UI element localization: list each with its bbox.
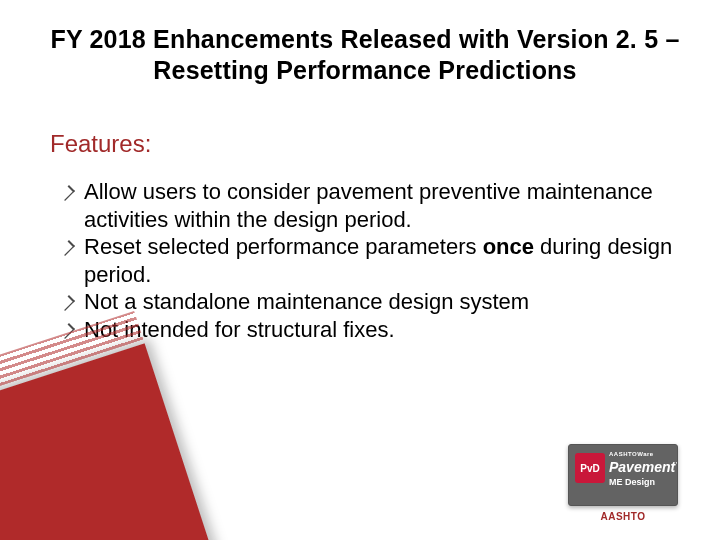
logo-line1: AASHTOWare bbox=[609, 451, 654, 457]
logo-line3: ME Design bbox=[609, 477, 655, 487]
list-item: Not intended for structural fixes. bbox=[58, 316, 680, 344]
list-item: Not a standalone maintenance design syst… bbox=[58, 288, 680, 316]
decorative-stripes bbox=[0, 343, 219, 540]
features-heading: Features: bbox=[50, 130, 151, 158]
logo-card: PvD AASHTOWare Pavement™ ME Design bbox=[568, 444, 678, 506]
slide-title: FY 2018 Enhancements Released with Versi… bbox=[50, 24, 680, 87]
logo-line2: Pavement™ bbox=[609, 459, 678, 475]
list-item: Allow users to consider pavement prevent… bbox=[58, 178, 680, 233]
list-item: Reset selected performance parameters on… bbox=[58, 233, 680, 288]
logo-badge: PvD bbox=[575, 453, 605, 483]
logo-caption: AASHTO bbox=[568, 511, 678, 522]
feature-list: Allow users to consider pavement prevent… bbox=[58, 178, 680, 343]
aashto-logo: PvD AASHTOWare Pavement™ ME Design AASHT… bbox=[568, 444, 678, 522]
